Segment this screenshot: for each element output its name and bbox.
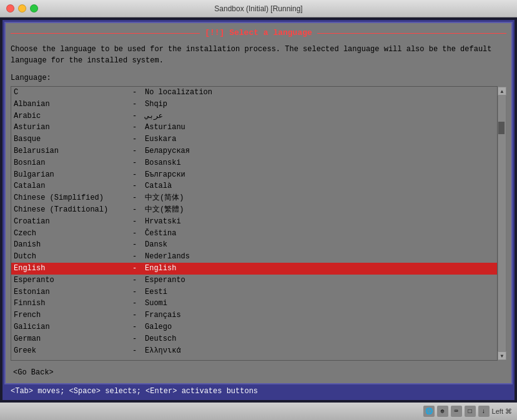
list-item[interactable]: Catalan-Català: [11, 180, 497, 192]
list-item[interactable]: Greek-Ελληνικά: [11, 345, 497, 357]
dialog-border: [!!] Select a language Choose the langua…: [4, 22, 513, 384]
list-item[interactable]: Belarusian-Беларуская: [11, 145, 497, 157]
language-native: Suomi: [145, 298, 495, 309]
language-dash: -: [132, 275, 145, 286]
list-item[interactable]: French-Français: [11, 310, 497, 321]
language-name: German: [14, 334, 132, 344]
language-native: Čeština: [145, 228, 495, 239]
language-native: Asturianu: [145, 122, 495, 133]
list-item[interactable]: Bosnian-Bosanski: [11, 157, 497, 169]
scroll-up-arrow[interactable]: ▲: [498, 87, 506, 95]
language-name: C: [14, 87, 132, 98]
language-dash: -: [132, 298, 145, 309]
minimize-button[interactable]: [18, 4, 26, 12]
language-name: Bosnian: [14, 158, 132, 168]
go-back-button[interactable]: <Go Back>: [11, 367, 56, 378]
language-name: Basque: [14, 134, 132, 145]
scroll-track: [498, 95, 506, 351]
language-name: Danish: [14, 240, 132, 250]
list-item[interactable]: Albanian-Shqip: [11, 99, 497, 110]
close-button[interactable]: [6, 4, 14, 12]
language-dash: -: [132, 263, 145, 274]
status-bar: <Tab> moves; <Space> selects; <Enter> ac…: [4, 384, 513, 398]
language-dash: -: [132, 334, 145, 344]
list-item[interactable]: Czech-Čeština: [11, 228, 497, 240]
window-title: Sandbox (Initial) [Running]: [214, 4, 302, 13]
bottom-bar: 🌐 ⊕ ⌨ □ ↓ Left ⌘: [0, 403, 517, 420]
keyboard-shortcut: Left ⌘: [492, 408, 512, 416]
language-native: 中文(繁體): [145, 205, 495, 215]
maximize-button[interactable]: [30, 4, 38, 12]
language-native: Català: [145, 181, 495, 192]
language-dash: -: [132, 146, 145, 157]
language-name: Catalan: [14, 181, 132, 192]
list-item[interactable]: Arabic-عربي: [11, 110, 497, 122]
language-name: Galician: [14, 322, 132, 333]
language-dash: -: [132, 99, 145, 110]
scroll-down-arrow[interactable]: ▼: [498, 351, 506, 360]
language-name: Estonian: [14, 287, 132, 298]
language-dash: -: [132, 252, 145, 262]
language-native: No localization: [145, 87, 495, 98]
language-list-container: C-No localizationAlbanian-ShqipArabic-عر…: [11, 86, 506, 361]
list-item[interactable]: Estonian-Eesti: [11, 286, 497, 298]
dialog-description: Choose the language to be used for the i…: [11, 44, 506, 66]
list-item[interactable]: German-Deutsch: [11, 333, 497, 345]
main-window: [!!] Select a language Choose the langua…: [2, 20, 515, 400]
list-item[interactable]: Croatian-Hrvatski: [11, 216, 497, 228]
dialog-title: [!!] Select a language: [200, 28, 317, 37]
language-native: Eesti: [145, 287, 495, 298]
language-name: Greek: [14, 346, 132, 356]
title-bar: Sandbox (Initial) [Running]: [0, 0, 517, 17]
language-native: عربي: [145, 111, 495, 122]
list-item[interactable]: Chinese (Simplified)-中文(简体): [11, 192, 497, 204]
language-native: Nederlands: [145, 252, 495, 262]
list-item[interactable]: C-No localization: [11, 87, 497, 99]
language-native: Dansk: [145, 240, 495, 250]
scroll-thumb[interactable]: [498, 122, 505, 134]
icon-3: ⌨: [451, 406, 462, 417]
language-dash: -: [132, 134, 145, 145]
window-controls[interactable]: [6, 4, 38, 12]
language-native: Deutsch: [145, 334, 495, 344]
icon-5: ↓: [478, 406, 490, 417]
list-item[interactable]: Esperanto-Esperanto: [11, 275, 497, 286]
dialog-footer: <Go Back>: [11, 367, 506, 378]
list-item[interactable]: Asturian-Asturianu: [11, 122, 497, 134]
language-name: Arabic: [14, 111, 132, 122]
list-item[interactable]: Basque-Euskara: [11, 134, 497, 145]
language-list[interactable]: C-No localizationAlbanian-ShqipArabic-عر…: [11, 86, 498, 361]
language-native: Esperanto: [145, 275, 495, 286]
list-item[interactable]: Danish-Dansk: [11, 239, 497, 251]
list-item[interactable]: Finnish-Suomi: [11, 298, 497, 310]
language-native: Bosanski: [145, 158, 495, 168]
language-name: Chinese (Simplified): [14, 193, 132, 203]
language-dash: -: [132, 87, 145, 98]
language-name: English: [14, 263, 132, 274]
language-dash: -: [132, 310, 145, 321]
list-item[interactable]: Bulgarian-Български: [11, 169, 497, 181]
language-name: Croatian: [14, 217, 132, 227]
list-item[interactable]: English-English: [11, 263, 497, 275]
language-dash: -: [132, 122, 145, 133]
language-native: Ελληνικά: [145, 346, 495, 356]
list-item[interactable]: Galician-Galego: [11, 321, 497, 333]
scrollbar[interactable]: ▲ ▼: [498, 86, 506, 361]
language-native: 中文(简体): [145, 193, 495, 203]
language-dash: -: [132, 193, 145, 203]
language-dash: -: [132, 346, 145, 356]
language-name: Albanian: [14, 99, 132, 110]
language-dash: -: [132, 170, 145, 180]
language-native: Беларуская: [145, 146, 495, 157]
language-dash: -: [132, 158, 145, 168]
list-item[interactable]: Chinese (Traditional)-中文(繁體): [11, 204, 497, 216]
language-native: English: [145, 263, 495, 274]
icon-4: □: [465, 406, 476, 417]
language-label: Language:: [11, 74, 506, 82]
language-native: Hrvatski: [145, 217, 495, 227]
icon-1: 🌐: [423, 406, 435, 417]
language-native: Galego: [145, 322, 495, 333]
list-item[interactable]: Dutch-Nederlands: [11, 251, 497, 263]
language-dash: -: [132, 287, 145, 298]
language-name: Dutch: [14, 252, 132, 262]
